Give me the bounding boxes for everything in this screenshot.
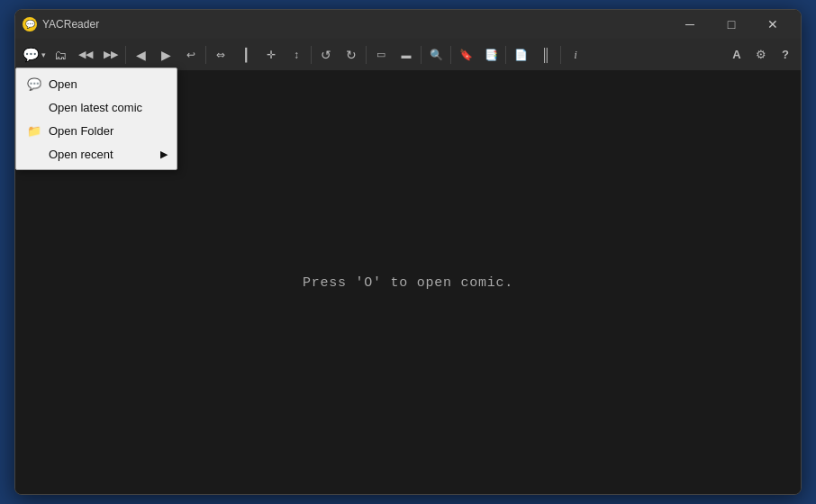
next-icon: ▶: [161, 48, 171, 62]
open-recent-label: Open recent: [49, 148, 113, 161]
cursor-icon: ┃: [242, 48, 249, 62]
separator-3: [311, 46, 312, 64]
view2-icon: ▬: [402, 50, 412, 60]
close-button[interactable]: ✕: [752, 10, 793, 39]
separator-5: [421, 46, 422, 64]
prev-icon: ◀: [136, 48, 146, 62]
help-button[interactable]: ?: [774, 42, 797, 68]
submenu-arrow-icon: ▶: [160, 148, 168, 160]
separator-4: [366, 46, 367, 64]
rotate-icon: ↕: [294, 49, 299, 61]
undo-button[interactable]: ↺: [313, 42, 339, 68]
view1-button[interactable]: ▭: [368, 42, 394, 68]
separator-7: [505, 46, 506, 64]
open-item-icon: 💬: [27, 76, 41, 91]
font-icon: A: [732, 48, 740, 61]
view2-button[interactable]: ▬: [394, 42, 419, 68]
separator-1: [125, 46, 126, 64]
help-icon: ?: [782, 48, 789, 61]
separator-8: [560, 46, 561, 64]
view1-icon: ▭: [376, 49, 385, 60]
toolbar-right: A ⚙ ?: [725, 42, 797, 68]
open-folder-item[interactable]: 📁 Open Folder: [16, 119, 177, 142]
info-icon: i: [574, 48, 577, 62]
strip-icon: ║: [541, 48, 550, 62]
folder-button[interactable]: 🗂: [48, 42, 73, 68]
info-button[interactable]: i: [563, 42, 588, 68]
open-latest-item[interactable]: Open latest comic: [16, 95, 177, 119]
rotate-button[interactable]: ↕: [284, 42, 309, 68]
prev-button[interactable]: ◀: [128, 42, 153, 68]
page-icon: 📄: [514, 49, 528, 61]
open-item[interactable]: 💬 Open: [16, 72, 177, 95]
strip-button[interactable]: ║: [533, 42, 558, 68]
window-title: YACReader: [42, 18, 669, 31]
center-text: Press 'O' to open comic.: [303, 275, 513, 291]
open-icon: 💬: [21, 45, 41, 65]
swap-icon: ⇔: [216, 49, 225, 61]
separator-2: [205, 46, 206, 64]
open-latest-label: Open latest comic: [49, 101, 142, 114]
prev-prev-button[interactable]: ◀◀: [73, 42, 98, 68]
open-folder-label: Open Folder: [49, 124, 113, 138]
fit-button[interactable]: ✛: [258, 42, 284, 68]
toolbar: 💬 ▾ 🗂 ◀◀ ▶▶ ◀ ▶ ↩ ⇔ ┃ ✛: [15, 39, 801, 71]
redo-button[interactable]: ↻: [339, 42, 364, 68]
next-button[interactable]: ▶: [153, 42, 178, 68]
cursor-button[interactable]: ┃: [233, 42, 258, 68]
next-next-button[interactable]: ▶▶: [98, 42, 123, 68]
minimize-button[interactable]: ─: [669, 10, 711, 39]
settings-button[interactable]: ⚙: [749, 42, 773, 68]
undo-icon: ↺: [321, 48, 331, 62]
open-dropdown-button[interactable]: 💬 ▾: [19, 42, 48, 68]
folder-icon: 🗂: [54, 48, 67, 62]
open-latest-icon: [27, 100, 41, 114]
next-next-icon: ▶▶: [104, 49, 118, 60]
bookmark-icon: 🔖: [459, 49, 473, 61]
app-window: 💬 YACReader ─ □ ✕ 💬 ▾ 🗂 ◀◀ ▶▶ ◀ ▶: [14, 9, 802, 495]
zoom-icon: 🔍: [430, 49, 443, 61]
font-button[interactable]: A: [725, 42, 748, 68]
titlebar: 💬 YACReader ─ □ ✕: [15, 10, 801, 39]
fit-icon: ✛: [267, 49, 276, 61]
back-button[interactable]: ↩: [178, 42, 204, 68]
bookmark-button[interactable]: 🔖: [453, 42, 478, 68]
bookmark2-button[interactable]: 📑: [478, 42, 503, 68]
page-button[interactable]: 📄: [508, 42, 533, 68]
back-icon: ↩: [186, 49, 195, 61]
open-folder-icon: 📁: [27, 123, 41, 138]
window-controls: ─ □ ✕: [669, 10, 793, 39]
open-recent-icon: [27, 147, 41, 161]
open-item-label: Open: [49, 77, 77, 91]
bookmark2-icon: 📑: [485, 49, 498, 61]
prev-prev-icon: ◀◀: [78, 49, 93, 60]
zoom-button[interactable]: 🔍: [423, 42, 449, 68]
maximize-button[interactable]: □: [711, 10, 752, 39]
app-icon: 💬: [23, 17, 37, 32]
settings-icon: ⚙: [756, 48, 766, 61]
redo-icon: ↻: [346, 48, 357, 62]
dropdown-arrow-icon: ▾: [41, 50, 46, 59]
open-recent-item[interactable]: Open recent ▶: [16, 142, 177, 166]
swap-button[interactable]: ⇔: [208, 42, 233, 68]
separator-6: [450, 46, 451, 64]
open-dropdown-menu: 💬 Open Open latest comic 📁 Open Folder O…: [15, 68, 177, 170]
